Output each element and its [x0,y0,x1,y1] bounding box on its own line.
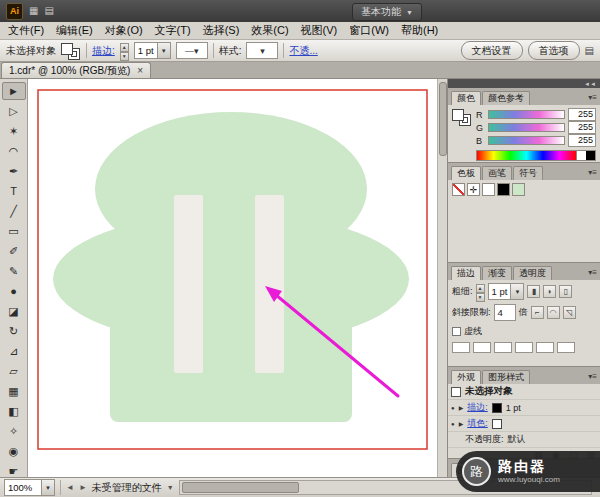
pen-tool[interactable]: ✒ [2,162,26,180]
eraser-tool[interactable]: ◪ [2,302,26,320]
fill-stroke-proxy[interactable] [61,42,81,60]
tab-stroke[interactable]: 描边 [451,266,481,280]
rotate-tool[interactable]: ↻ [2,322,26,340]
gap-input[interactable] [473,342,491,353]
tab-color[interactable]: 颜色 [451,91,481,105]
style-dropdown[interactable]: ▾ [246,42,278,59]
menu-file[interactable]: 文件(F) [2,22,50,39]
r-slider[interactable] [488,110,565,119]
appearance-row-opacity[interactable]: 不透明度: 默认 [448,432,600,448]
g-value[interactable]: 255 [568,121,596,134]
collapse-panels-icon[interactable]: ◄◄ [584,81,596,87]
swatch-green[interactable] [512,183,525,196]
tab-color-guide[interactable]: 颜色参考 [482,91,530,105]
brush-definition-dropdown[interactable]: —▾ [176,42,208,59]
gap-input[interactable] [557,342,575,353]
stroke-weight-stepper[interactable]: ▲▼ [120,43,129,58]
free-transform-tool[interactable]: ▱ [2,362,26,380]
dashed-line-checkbox[interactable] [452,327,461,336]
vertical-scrollbar[interactable] [437,79,447,477]
close-icon[interactable]: × [137,66,143,76]
scale-tool[interactable]: ⊿ [2,342,26,360]
menu-window[interactable]: 窗口(W) [343,22,395,39]
g-slider[interactable] [488,123,565,132]
weight-stepper[interactable]: ▲▼ [476,284,485,299]
artwork-shape[interactable] [53,112,409,422]
tab-transparency[interactable]: 透明度 [513,266,552,280]
fill-swatch[interactable] [61,43,73,55]
miter-input[interactable]: 4 [494,304,516,321]
rectangle-tool[interactable]: ▭ [2,222,26,240]
chevron-down-icon[interactable]: ▼ [157,43,170,58]
black-swatch[interactable] [586,151,595,160]
tab-graphic-styles[interactable]: 图形样式 [482,370,530,384]
paintbrush-tool[interactable]: ✐ [2,242,26,260]
canvas[interactable] [28,79,437,477]
dash-input[interactable] [494,342,512,353]
fill-swatch[interactable] [452,109,464,121]
white-swatch[interactable] [576,151,586,160]
direct-selection-tool[interactable]: ▷ [2,102,26,120]
horizontal-scrollbar-thumb[interactable] [182,482,299,493]
vertical-scrollbar-thumb[interactable] [439,82,447,156]
menu-view[interactable]: 视图(V) [295,22,344,39]
r-value[interactable]: 255 [568,108,596,121]
menu-effect[interactable]: 效果(C) [245,22,294,39]
gap-input[interactable] [515,342,533,353]
menu-select[interactable]: 选择(S) [197,22,246,39]
panel-menu-icon[interactable]: ▾≡ [588,93,597,102]
b-value[interactable]: 255 [568,134,596,147]
visibility-icon[interactable]: ● [451,405,455,411]
line-segment-tool[interactable]: ╱ [2,202,26,220]
workspace-switcher[interactable]: 基本功能 ▼ [352,3,422,21]
swatch-white[interactable] [482,183,495,196]
dash-input[interactable] [536,342,554,353]
stroke-color-swatch[interactable] [492,403,502,413]
tab-appearance[interactable]: 外观 [451,370,481,384]
expand-icon[interactable]: ▶ [459,420,464,427]
round-join-button[interactable]: ◠ [547,306,560,319]
tab-symbols[interactable]: 符号 [513,166,543,180]
swatch-registration[interactable]: ✛ [467,183,480,196]
panel-menu-icon[interactable]: ▾≡ [588,168,597,177]
mesh-tool[interactable]: ▦ [2,382,26,400]
appearance-row-fill[interactable]: ● ▶ 填色: [448,416,600,432]
bevel-join-button[interactable]: ◹ [563,306,576,319]
screen-mode-icon[interactable]: ▤ [44,0,53,22]
spectrum-gradient[interactable] [477,151,576,160]
chevron-down-icon[interactable]: ▼ [41,480,54,495]
tab-brushes[interactable]: 画笔 [482,166,512,180]
weight-combo[interactable]: 1 pt ▼ [488,283,525,300]
gradient-tool[interactable]: ◧ [2,402,26,420]
artboard-nav-next-icon[interactable]: ► [79,477,87,497]
tab-gradient[interactable]: 渐变 [482,266,512,280]
pencil-tool[interactable]: ✎ [2,262,26,280]
document-setup-button[interactable]: 文档设置 [461,41,523,60]
swatch-black[interactable] [497,183,510,196]
fill-color-swatch[interactable] [492,419,502,429]
tab-swatches[interactable]: 色板 [451,166,481,180]
swatch-none[interactable] [452,183,465,196]
stroke-weight-combo[interactable]: 1 pt ▼ [134,42,171,59]
appearance-row-header[interactable]: 未选择对象 [448,384,600,400]
blob-brush-tool[interactable]: ● [2,282,26,300]
menu-edit[interactable]: 编辑(E) [50,22,99,39]
opacity-link[interactable]: 不透... [289,44,317,58]
dash-input[interactable] [452,342,470,353]
lasso-tool[interactable]: ◠ [2,142,26,160]
color-spectrum-bar[interactable] [476,150,596,161]
arrange-documents-icon[interactable]: ▦ [29,0,38,22]
preferences-button[interactable]: 首选项 [528,41,580,60]
zoom-combo[interactable]: 100% ▼ [4,479,55,496]
status-menu-icon[interactable]: ▼ [167,477,174,497]
stroke-panel-link[interactable]: 描边: [92,44,115,58]
panel-menu-icon[interactable]: ▾≡ [588,372,597,381]
menu-object[interactable]: 对象(O) [99,22,149,39]
document-tab[interactable]: 1.cdr* @ 100% (RGB/预览) × [1,62,151,78]
panel-menu-icon[interactable]: ▾≡ [588,268,597,277]
panel-options-icon[interactable]: ▤ [585,40,594,62]
butt-cap-button[interactable]: ▮ [527,285,540,298]
miter-join-button[interactable]: ⌐ [531,306,544,319]
b-slider[interactable] [488,136,565,145]
type-tool[interactable]: T [2,182,26,200]
